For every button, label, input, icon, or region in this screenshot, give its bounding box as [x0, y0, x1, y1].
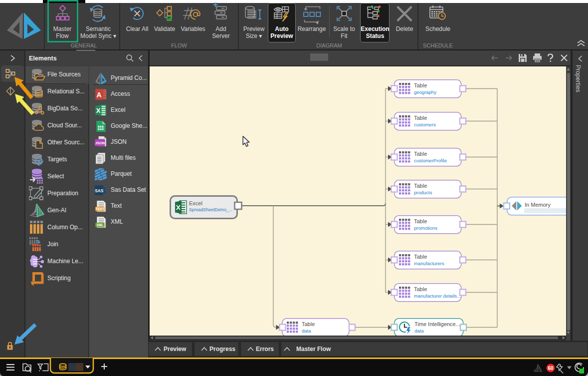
svg-text:60: 60 [548, 366, 554, 371]
